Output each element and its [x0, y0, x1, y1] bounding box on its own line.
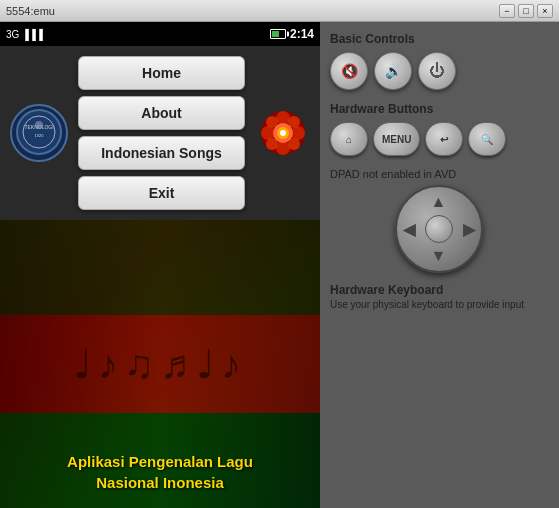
power-icon: ⏻ [429, 62, 445, 80]
status-bar-right: 2:14 [270, 27, 314, 41]
keyboard-description: Use your physical keyboard to provide in… [330, 299, 549, 310]
phone-screen: 3G ▌▌▌ 2:14 TEKN [0, 22, 320, 508]
battery-fill [272, 31, 279, 37]
app-title-line2: Nasional Inonesia [0, 472, 320, 493]
svg-text:1920: 1920 [35, 133, 45, 138]
home-button[interactable]: Home [78, 56, 245, 90]
window-title: 5554:emu [6, 5, 499, 17]
volume-up-icon: 🔊 [385, 63, 402, 79]
status-bar: 3G ▌▌▌ 2:14 [0, 22, 320, 46]
basic-controls-buttons: 🔇 🔊 ⏻ [330, 52, 549, 90]
search-icon: 🔍 [481, 134, 493, 145]
bottom-image: ♩♪♫♬♩♪ Aplikasi Pengenalan Lagu Nasional… [0, 220, 320, 508]
3g-icon: 3G [6, 29, 19, 40]
volume-down-button[interactable]: 🔇 [330, 52, 368, 90]
volume-down-icon: 🔇 [341, 63, 358, 79]
svg-point-6 [276, 111, 290, 125]
back-hw-button[interactable]: ↩ [425, 122, 463, 156]
home-hw-button[interactable]: ⌂ [330, 122, 368, 156]
dpad-center[interactable] [425, 215, 453, 243]
hardware-buttons-row: ⌂ MENU ↩ 🔍 [330, 122, 549, 156]
signal-icon: ▌▌▌ [25, 29, 46, 40]
main-layout: 3G ▌▌▌ 2:14 TEKN [0, 22, 559, 508]
indonesian-songs-button[interactable]: Indonesian Songs [78, 136, 245, 170]
dpad-container: ▲ ▼ ◀ ▶ [395, 185, 485, 275]
status-bar-left: 3G ▌▌▌ [6, 29, 270, 40]
hardware-buttons-title: Hardware Buttons [330, 102, 549, 116]
dpad-up-arrow[interactable]: ▲ [431, 193, 447, 211]
exit-button[interactable]: Exit [78, 176, 245, 210]
dpad-title: DPAD not enabled in AVD [330, 168, 549, 180]
hardware-buttons-section: Hardware Buttons ⌂ MENU ↩ 🔍 [330, 102, 549, 156]
menu-hw-button[interactable]: MENU [373, 122, 420, 156]
svg-point-0 [17, 110, 61, 154]
dpad-left-arrow[interactable]: ◀ [403, 220, 415, 239]
university-logo: TEKNOLOGI 1920 [10, 104, 68, 162]
right-panel: Basic Controls 🔇 🔊 ⏻ Hardware Buttons ⌂ [320, 22, 559, 508]
close-button[interactable]: × [537, 4, 553, 18]
basic-controls-title: Basic Controls [330, 32, 549, 46]
maximize-button[interactable]: □ [518, 4, 534, 18]
app-area: TEKNOLOGI 1920 Home About Indonesian Son… [0, 46, 320, 508]
battery-icon [270, 29, 286, 39]
bottom-text: Aplikasi Pengenalan Lagu Nasional Inones… [0, 451, 320, 493]
svg-point-8 [261, 126, 275, 140]
app-title-line1: Aplikasi Pengenalan Lagu [0, 451, 320, 472]
dpad-section: DPAD not enabled in AVD ▲ ▼ ◀ ▶ [330, 168, 549, 275]
svg-point-7 [276, 141, 290, 155]
menu-label: MENU [382, 134, 411, 145]
volume-up-button[interactable]: 🔊 [374, 52, 412, 90]
keyboard-section: Hardware Keyboard Use your physical keyb… [330, 283, 549, 310]
menu-buttons: Home About Indonesian Songs Exit [78, 56, 245, 210]
keyboard-title: Hardware Keyboard [330, 283, 549, 297]
power-button[interactable]: ⏻ [418, 52, 456, 90]
svg-point-4 [35, 121, 43, 129]
home-icon: ⌂ [346, 134, 352, 145]
logo-inner: TEKNOLOGI 1920 [14, 107, 64, 160]
time-display: 2:14 [290, 27, 314, 41]
dpad-ring[interactable]: ▲ ▼ ◀ ▶ [395, 185, 483, 273]
basic-controls-section: Basic Controls 🔇 🔊 ⏻ [330, 32, 549, 90]
flower-logo [255, 106, 310, 161]
top-section: TEKNOLOGI 1920 Home About Indonesian Son… [0, 46, 320, 220]
window-titlebar: 5554:emu − □ × [0, 0, 559, 22]
window-controls: − □ × [499, 4, 553, 18]
svg-point-16 [280, 130, 286, 136]
dpad-right-arrow[interactable]: ▶ [463, 220, 475, 239]
dpad-down-arrow[interactable]: ▼ [431, 247, 447, 265]
svg-point-9 [291, 126, 305, 140]
search-hw-button[interactable]: 🔍 [468, 122, 506, 156]
back-icon: ↩ [440, 134, 448, 145]
minimize-button[interactable]: − [499, 4, 515, 18]
about-button[interactable]: About [78, 96, 245, 130]
